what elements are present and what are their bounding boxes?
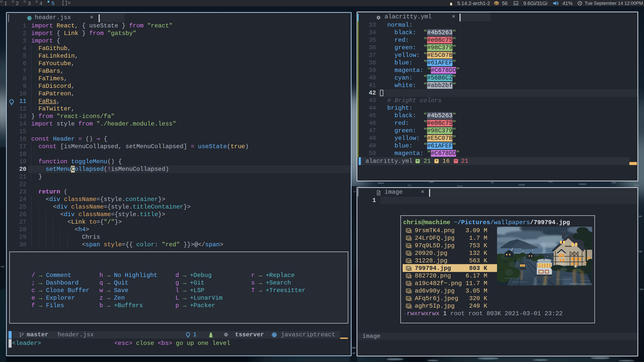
svg-text:www.DesktopBackground.org: www.DesktopBackground.org (570, 283, 592, 285)
